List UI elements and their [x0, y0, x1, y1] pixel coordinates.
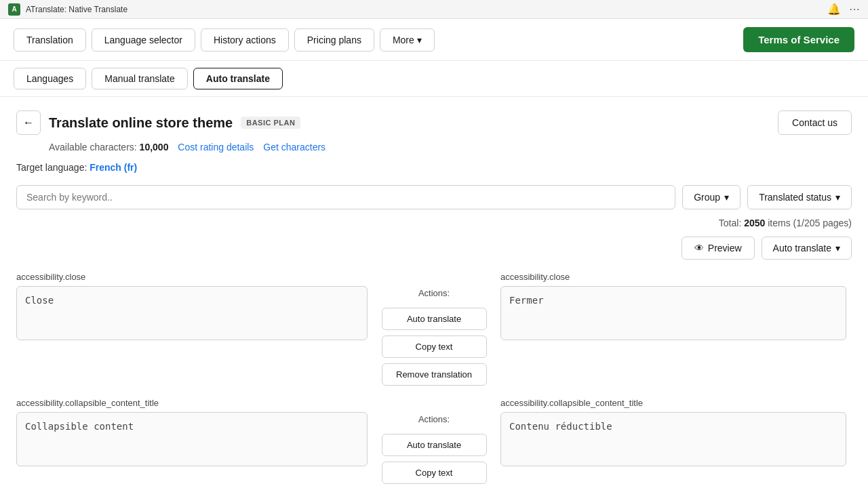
sub-languages-button[interactable]: Languages: [14, 68, 86, 89]
target-text-2[interactable]: Contenu réductible: [500, 412, 846, 466]
target-language-link[interactable]: French (fr): [90, 162, 137, 173]
main-nav: Translation Language selector History ac…: [0, 19, 868, 61]
target-lang-row: Target language: French (fr): [16, 162, 852, 173]
preview-eye-icon: 👁: [694, 243, 704, 253]
actions-label-1: Actions:: [418, 288, 450, 298]
plan-badge: BASIC PLAN: [241, 117, 300, 129]
group-chevron-icon: ▾: [724, 192, 729, 203]
nav-language-selector-button[interactable]: Language selector: [92, 28, 195, 52]
terms-of-service-button[interactable]: Terms of Service: [743, 27, 854, 52]
copy-text-row1-button[interactable]: Copy text: [382, 336, 487, 358]
top-actions-row: 👁 Preview Auto translate ▾: [16, 237, 852, 260]
total-pages: 1/205: [796, 218, 820, 228]
nav-translation-button[interactable]: Translation: [14, 28, 86, 52]
source-label-2: accessibility.collapsible_content_title: [16, 398, 368, 408]
chars-row: Available characters: 10,000 Cost rating…: [49, 142, 852, 152]
preview-button[interactable]: 👁 Preview: [682, 237, 755, 260]
app-icon: A: [8, 3, 20, 16]
target-label-1: accessibility.close: [500, 272, 846, 282]
source-col-2: accessibility.collapsible_content_title …: [16, 398, 373, 488]
nav-history-actions-button[interactable]: History actions: [201, 28, 289, 52]
chevron-down-icon: ▾: [417, 35, 422, 45]
get-characters-link[interactable]: Get characters: [263, 142, 326, 152]
title-bar: A ATranslate: Native Translate 🔔 ⋯: [0, 0, 868, 19]
target-label-2: accessibility.collapsible_content_title: [500, 398, 846, 408]
translation-section: accessibility.close Close Actions: Auto …: [16, 272, 852, 488]
actions-label-2: Actions:: [418, 414, 450, 424]
total-items-count: 2050: [744, 218, 765, 228]
remove-translation-row1-button[interactable]: Remove translation: [382, 363, 487, 386]
copy-text-row2-button[interactable]: Copy text: [382, 462, 487, 484]
page-title: Translate online store theme: [49, 115, 233, 131]
content-area: ← Translate online store theme BASIC PLA…: [0, 97, 868, 488]
target-col-1: accessibility.close Fermer: [495, 272, 852, 386]
actions-col-1: Actions: Auto translate Copy text Remove…: [373, 272, 495, 386]
translated-status-chevron-icon: ▾: [835, 192, 840, 203]
source-text-2[interactable]: Collapsible content: [16, 412, 368, 466]
table-row: accessibility.collapsible_content_title …: [16, 398, 852, 488]
search-bar-row: Group ▾ Translated status ▾: [16, 185, 852, 209]
target-col-2: accessibility.collapsible_content_title …: [495, 398, 852, 488]
table-row: accessibility.close Close Actions: Auto …: [16, 272, 852, 386]
contact-us-button[interactable]: Contact us: [778, 110, 852, 135]
nav-more-button[interactable]: More ▾: [380, 28, 435, 52]
title-bar-left: A ATranslate: Native Translate: [8, 3, 127, 16]
auto-translate-dropdown-button[interactable]: Auto translate ▾: [762, 237, 852, 260]
cost-rating-link[interactable]: Cost rating details: [178, 142, 254, 152]
sub-manual-translate-button[interactable]: Manual translate: [92, 68, 188, 89]
search-input[interactable]: [16, 185, 675, 209]
back-button[interactable]: ←: [16, 110, 41, 135]
nav-pricing-plans-button[interactable]: Pricing plans: [294, 28, 374, 52]
page-header: ← Translate online store theme BASIC PLA…: [16, 110, 852, 135]
menu-icon[interactable]: ⋯: [849, 3, 860, 16]
sub-auto-translate-button[interactable]: Auto translate: [193, 68, 283, 89]
group-filter-button[interactable]: Group ▾: [682, 185, 741, 209]
nav-left: Translation Language selector History ac…: [14, 28, 435, 52]
sub-nav: Languages Manual translate Auto translat…: [0, 61, 868, 97]
source-label-1: accessibility.close: [16, 272, 368, 282]
source-col-1: accessibility.close Close: [16, 272, 373, 386]
actions-col-2: Actions: Auto translate Copy text Remove…: [373, 398, 495, 488]
notification-icon[interactable]: 🔔: [827, 3, 841, 16]
auto-translate-row2-button[interactable]: Auto translate: [382, 434, 487, 456]
total-row: Total: 2050 items (1/205 pages): [16, 218, 852, 228]
source-text-1[interactable]: Close: [16, 286, 368, 340]
target-text-1[interactable]: Fermer: [500, 286, 846, 340]
auto-translate-chevron-icon: ▾: [835, 243, 840, 253]
auto-translate-row1-button[interactable]: Auto translate: [382, 308, 487, 330]
chars-value: 10,000: [140, 142, 169, 152]
app-title: ATranslate: Native Translate: [26, 5, 127, 14]
page-header-left: ← Translate online store theme BASIC PLA…: [16, 110, 300, 135]
title-bar-right: 🔔 ⋯: [827, 3, 860, 16]
translated-status-filter-button[interactable]: Translated status ▾: [747, 185, 852, 209]
